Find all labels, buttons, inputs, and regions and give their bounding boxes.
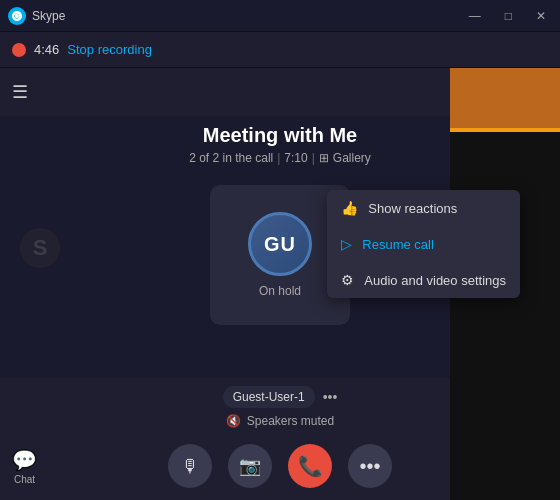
participant-status: On hold xyxy=(259,284,301,298)
menu-item-reactions[interactable]: 👍 Show reactions xyxy=(327,190,520,226)
video-button[interactable]: 📷 xyxy=(228,444,272,488)
right-panel-content xyxy=(450,132,560,500)
maximize-button[interactable]: □ xyxy=(499,7,518,25)
end-call-button[interactable]: 📞 xyxy=(288,444,332,488)
more-options-button[interactable]: ••• xyxy=(348,444,392,488)
body-wrapper: ☰ ⊡ Sa Meeting with Me 2 of 2 in the cal… xyxy=(0,68,560,500)
participant-initials: GU xyxy=(264,233,296,256)
stop-recording-button[interactable]: Stop recording xyxy=(67,42,152,57)
close-button[interactable]: ✕ xyxy=(530,7,552,25)
titlebar: Skype — □ ✕ xyxy=(0,0,560,32)
sep1: | xyxy=(277,151,280,165)
titlebar-controls: — □ ✕ xyxy=(463,7,552,25)
chat-label: Chat xyxy=(14,474,35,485)
menu-item-audio-video[interactable]: ⚙ Audio and video settings xyxy=(327,262,520,298)
mic-button[interactable]: 🎙 xyxy=(168,444,212,488)
meeting-title: Meeting with Me xyxy=(203,124,357,147)
sep2: | xyxy=(312,151,315,165)
call-duration: 7:10 xyxy=(284,151,307,165)
participant-count: 2 of 2 in the call xyxy=(189,151,273,165)
guest-label: Guest-User-1 xyxy=(223,386,315,408)
resume-label: Resume call xyxy=(362,237,434,252)
recording-time: 4:46 xyxy=(34,42,59,57)
skype-logo xyxy=(8,7,26,25)
guest-more-button[interactable]: ••• xyxy=(323,389,338,405)
watermark: S xyxy=(20,228,60,268)
muted-label: Speakers muted xyxy=(247,414,334,428)
app-title: Skype xyxy=(32,9,65,23)
muted-icon: 🔇 xyxy=(226,414,241,428)
chat-button[interactable]: 💬 Chat xyxy=(12,448,37,485)
resume-icon: ▷ xyxy=(341,236,352,252)
meeting-subtitle: 2 of 2 in the call | 7:10 | ⊞ Gallery xyxy=(189,151,371,165)
app-wrapper: Skype — □ ✕ 4:46 Stop recording ☰ ⊡ Sa xyxy=(0,0,560,500)
watermark-icon: S xyxy=(20,228,60,268)
context-menu: 👍 Show reactions ▷ Resume call ⚙ Audio a… xyxy=(327,190,520,298)
chat-icon: 💬 xyxy=(12,448,37,472)
right-panel-top xyxy=(450,68,560,128)
gallery-label[interactable]: Gallery xyxy=(333,151,371,165)
recording-dot xyxy=(12,43,26,57)
titlebar-left: Skype xyxy=(8,7,65,25)
minimize-button[interactable]: — xyxy=(463,7,487,25)
hamburger-menu[interactable]: ☰ xyxy=(12,81,28,103)
reactions-icon: 👍 xyxy=(341,200,358,216)
menu-item-resume[interactable]: ▷ Resume call xyxy=(327,226,520,262)
audio-video-icon: ⚙ xyxy=(341,272,354,288)
participant-avatar: GU xyxy=(248,212,312,276)
gallery-icon: ⊞ xyxy=(319,151,329,165)
recording-bar: 4:46 Stop recording xyxy=(0,32,560,68)
audio-video-label: Audio and video settings xyxy=(364,273,506,288)
reactions-label: Show reactions xyxy=(368,201,457,216)
